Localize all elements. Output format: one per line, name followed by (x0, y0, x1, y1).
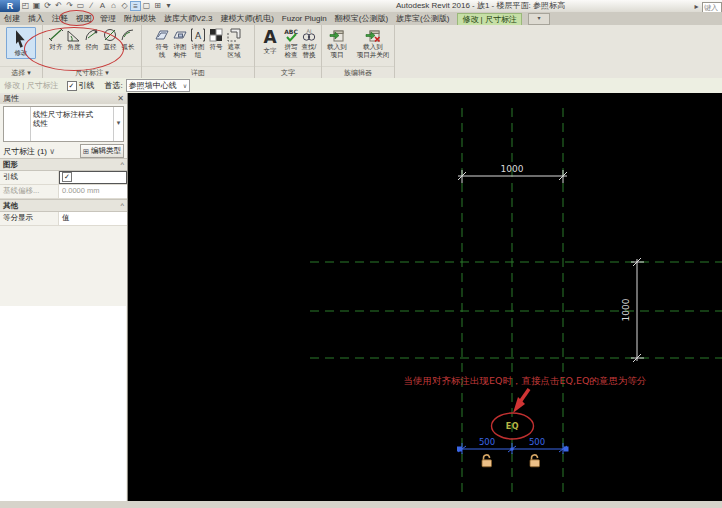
tab-fanmobao[interactable]: 翻模宝(公测版) (331, 12, 392, 25)
section-header-other[interactable]: 其他^ (0, 199, 127, 212)
cursor-icon (10, 29, 32, 49)
diameter-dimension-button[interactable]: 直径 (102, 27, 118, 51)
text-icon: A (259, 27, 281, 47)
spelling-icon: ABC (283, 27, 299, 43)
property-row-baseline-offset: 基线偏移... 0.0000 mm (0, 185, 127, 199)
section-header-graphics[interactable]: 图形^ (0, 158, 127, 171)
text-button[interactable]: A 文字 (259, 27, 281, 55)
property-row-leader: 引线 ✓ (0, 171, 127, 185)
load-into-project-icon (329, 27, 345, 43)
symbolic-line-button[interactable]: 符号线 (154, 27, 170, 58)
tab-view[interactable]: 视图 (72, 12, 96, 25)
panel-label-family-editor[interactable]: 族编辑器 (322, 66, 394, 78)
tab-family-master[interactable]: 族库大师V2.3 (160, 12, 216, 25)
panel-label-text[interactable]: 文字 (255, 66, 321, 78)
tab-addins[interactable]: 附加模块 (120, 12, 160, 25)
load-into-project-and-close-button[interactable]: 载入到项目并关闭 (353, 27, 393, 58)
close-icon[interactable]: ✕ (117, 94, 124, 103)
thin-lines-icon[interactable]: ≡ (130, 1, 141, 11)
drawing-canvas-svg: 1000 1000 当使用对齐标注出现EQ时，直接点击EQ,EQ的意思为等分 E… (128, 93, 722, 501)
panel-family-editor: 载入到项目 载入到项目并关闭 族编辑器 (322, 25, 395, 78)
red-arrow-annotation (513, 389, 529, 413)
undo-icon[interactable]: ↶ (53, 0, 64, 12)
qat-menu-icon[interactable]: ▾ (163, 0, 174, 12)
chevron-down-icon: ∨ (183, 82, 187, 89)
redo-icon[interactable]: ↷ (64, 0, 75, 12)
measure-icon[interactable]: ▭ (75, 0, 86, 12)
symbol-icon (208, 27, 224, 43)
type-name: 线性 (33, 119, 111, 128)
default-3d-view-icon[interactable]: ⌂ (108, 0, 119, 12)
drawing-area[interactable]: 1000 1000 当使用对齐标注出现EQ时，直接点击EQ,EQ的意思为等分 E… (128, 93, 722, 501)
leader-label: 引线 (79, 80, 95, 91)
ribbon-state-toggle[interactable]: ▾ (528, 13, 550, 25)
top-dimension-value[interactable]: 1000 (501, 164, 524, 174)
sync-icon[interactable]: ⟳ (42, 0, 53, 12)
properties-palette: 属性 ✕ 线性尺寸标注样式 线性 ▾ 尺寸标注 (1) ∨ ⊞编辑类型 图形^ … (0, 93, 128, 501)
tab-zukubao[interactable]: 族库宝(公测版) (392, 12, 453, 25)
revit-window: R ◰ ▣ ⟳ ↶ ↷ ▭ ∕ A ⌂ ◇ ≡ ▢ ⊞ ▾ Autodesk R… (0, 0, 722, 508)
leader-checkbox[interactable]: ✓ (67, 81, 77, 91)
masking-region-button[interactable]: 遮罩区域 (226, 27, 242, 58)
window-bottom-edge (0, 501, 722, 508)
revit-app-button[interactable]: R (0, 0, 20, 12)
section-icon[interactable]: ◇ (119, 0, 130, 12)
tab-modify-dimensions-contextual[interactable]: 修改 | 尺寸标注 (457, 13, 522, 25)
search-input[interactable]: 键入 (702, 2, 722, 13)
title-bar: R ◰ ▣ ⟳ ↶ ↷ ▭ ∕ A ⌂ ◇ ≡ ▢ ⊞ ▾ Autodesk R… (0, 0, 722, 12)
detail-group-button[interactable]: A 详图组 (190, 27, 206, 58)
segment-value-right[interactable]: 500 (529, 437, 545, 447)
detail-component-button[interactable]: 详图构件 (172, 27, 188, 58)
edit-type-button[interactable]: ⊞编辑类型 (80, 144, 124, 158)
properties-empty-area (0, 306, 126, 501)
right-dimension-value[interactable]: 1000 (621, 298, 631, 321)
symbol-button[interactable]: 符号 (208, 27, 224, 51)
open-icon[interactable]: ◰ (20, 0, 31, 12)
panel-label-dimension[interactable]: 尺寸标注 ▾ (43, 66, 141, 78)
type-selector[interactable]: 线性尺寸标注样式 线性 ▾ (3, 106, 124, 142)
dimension-grip-right[interactable] (564, 447, 569, 452)
angular-dimension-icon (66, 27, 82, 43)
prefer-dropdown[interactable]: 参照墙中心线 ∨ (126, 79, 190, 92)
aligned-dimension-button[interactable]: 对齐 (48, 27, 64, 51)
tab-insert[interactable]: 插入 (24, 12, 48, 25)
segment-value-left[interactable]: 500 (479, 437, 495, 447)
aligned-dimension-icon[interactable]: ∕ (86, 0, 97, 12)
lock-icon-left[interactable] (482, 455, 492, 467)
type-preview (4, 107, 31, 141)
svg-text:ABC: ABC (284, 28, 298, 35)
right-dimension[interactable] (631, 258, 644, 362)
tab-manage[interactable]: 管理 (96, 12, 120, 25)
dimension-grip-center[interactable] (510, 447, 514, 451)
panel-label-select[interactable]: 选择 ▾ (0, 66, 42, 78)
edit-type-icon: ⊞ (83, 147, 89, 156)
collapse-icon: ^ (120, 160, 124, 169)
modify-button[interactable]: 修改 (6, 27, 36, 59)
lock-icon-right[interactable] (530, 455, 540, 467)
detail-group-icon: A (190, 27, 206, 43)
text-icon[interactable]: A (97, 0, 108, 12)
tab-create[interactable]: 创建 (0, 12, 24, 25)
tab-fuzor-plugin[interactable]: Fuzor Plugin (278, 12, 331, 25)
tab-modeling-master[interactable]: 建模大师(机电) (216, 12, 277, 25)
equality-display-value[interactable]: 值 (59, 212, 127, 225)
dimension-grip-left[interactable] (457, 447, 462, 452)
spelling-button[interactable]: ABC 拼写检查 (283, 27, 299, 58)
tab-annotate[interactable]: 注释 (48, 12, 72, 25)
load-into-project-button[interactable]: 载入到项目 (323, 27, 351, 58)
panel-label-detail[interactable]: 详图 (142, 66, 254, 78)
angular-dimension-button[interactable]: 角度 (66, 27, 82, 51)
element-filter-dropdown[interactable]: 尺寸标注 (1) ∨ (3, 146, 80, 157)
save-icon[interactable]: ▣ (31, 0, 42, 12)
baseline-offset-value[interactable]: 0.0000 mm (59, 185, 127, 198)
arc-length-dimension-button[interactable]: 弧长 (120, 27, 136, 51)
close-hidden-windows-icon[interactable]: ▢ (141, 0, 152, 12)
eq-toggle[interactable]: EQ (506, 422, 519, 431)
leader-value-checkbox[interactable]: ✓ (62, 172, 72, 182)
panel-detail: 符号线 详图构件 A 详图组 符号 遮罩区域 (142, 25, 255, 78)
find-replace-button[interactable]: AI 查找/替换 (301, 27, 317, 58)
aligned-dimension-icon (48, 27, 64, 43)
radial-dimension-button[interactable]: 径向 (84, 27, 100, 51)
chevron-down-icon[interactable]: ▾ (113, 107, 123, 141)
switch-windows-icon[interactable]: ⊞ (152, 0, 163, 12)
